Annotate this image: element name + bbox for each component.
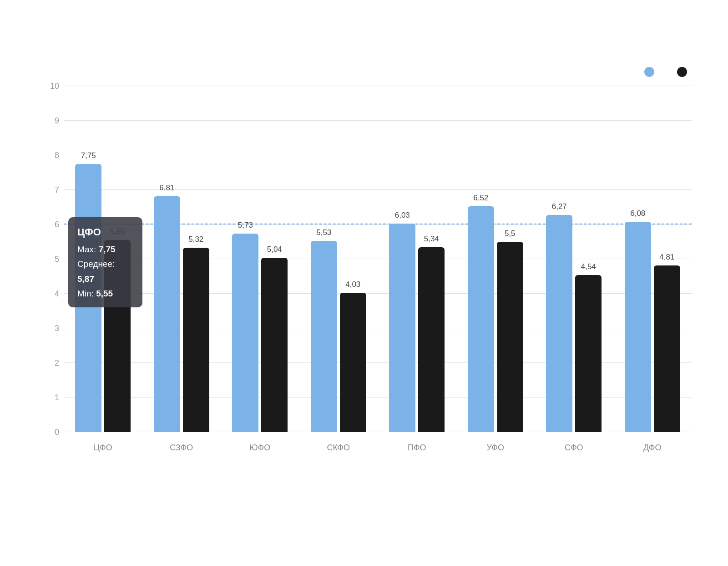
x-label-СЗФО: СЗФО xyxy=(170,443,193,453)
bar-dark-СФО: 4,54 xyxy=(575,275,602,432)
y-label-9: 9 xyxy=(39,116,59,126)
bar-label-blue-СФО: 6,27 xyxy=(552,202,567,211)
legend-dot-2020 xyxy=(644,67,654,77)
y-label-8: 8 xyxy=(39,151,59,160)
x-label-УФО: УФО xyxy=(486,443,504,453)
bar-blue-ЮФО: 5,73 xyxy=(232,234,258,432)
chart-area: 012345678910 ЦФО7,755,55 ЦФО Мах: 7,75 С… xyxy=(36,86,692,459)
bars-row: ЦФО7,755,55 ЦФО Мах: 7,75 Среднее: 5,87 … xyxy=(64,86,692,432)
bar-label-blue-ЦФО: 7,75 xyxy=(81,151,96,160)
bar-label-blue-ПФО: 6,03 xyxy=(395,211,410,220)
bar-group-СФО: СФО6,274,54 xyxy=(535,86,613,432)
bar-blue-УФО: 6,52 xyxy=(468,206,494,432)
x-label-ДФО: ДФО xyxy=(643,443,661,453)
bar-label-dark-УФО: 5,5 xyxy=(505,229,516,238)
bar-blue-СКФО: 5,53 xyxy=(311,241,337,432)
bars-СФО: 6,274,54 xyxy=(546,215,602,432)
x-label-СКФО: СКФО xyxy=(327,443,350,453)
tooltip-max: Мах: 7,75 xyxy=(77,242,133,257)
y-label-6: 6 xyxy=(39,220,59,229)
bar-label-blue-СЗФО: 6,81 xyxy=(159,184,174,193)
bar-group-ПФО: ПФО6,035,34 xyxy=(378,86,456,432)
bar-group-СЗФО: СЗФО6,815,32 xyxy=(142,86,221,432)
bar-label-blue-ЮФО: 5,73 xyxy=(238,221,253,230)
bars-ДФО: 6,084,81 xyxy=(625,222,680,432)
bar-group-СКФО: СКФО5,534,03 xyxy=(299,86,378,432)
y-label-1: 1 xyxy=(39,393,59,403)
legend-item-2021 xyxy=(677,67,692,77)
y-label-10: 10 xyxy=(39,82,59,91)
bar-label-dark-ЮФО: 5,04 xyxy=(267,245,282,254)
bar-group-УФО: УФО6,525,5 xyxy=(456,86,535,432)
grid-and-bars: 012345678910 ЦФО7,755,55 ЦФО Мах: 7,75 С… xyxy=(64,86,692,432)
chart-container: 012345678910 ЦФО7,755,55 ЦФО Мах: 7,75 С… xyxy=(0,0,728,566)
bar-label-blue-СКФО: 5,53 xyxy=(316,228,331,237)
bar-dark-ДФО: 4,81 xyxy=(654,265,680,432)
bar-blue-ПФО: 6,03 xyxy=(389,224,415,432)
bars-ПФО: 6,035,34 xyxy=(389,224,445,432)
tooltip-avg: Среднее: 5,87 xyxy=(77,257,133,286)
x-label-ЮФО: ЮФО xyxy=(249,443,270,453)
bar-dark-ЮФО: 5,04 xyxy=(261,258,288,432)
x-label-ПФО: ПФО xyxy=(408,443,426,453)
bars-СЗФО: 6,815,32 xyxy=(154,196,209,432)
bars-СКФО: 5,534,03 xyxy=(311,241,366,432)
bar-dark-УФО: 5,5 xyxy=(497,242,523,432)
legend-dot-2021 xyxy=(677,67,687,77)
y-label-3: 3 xyxy=(39,324,59,333)
bar-group-ЦФО: ЦФО7,755,55 ЦФО Мах: 7,75 Среднее: 5,87 … xyxy=(64,86,142,432)
bar-blue-СЗФО: 6,81 xyxy=(154,196,180,432)
x-label-СФО: СФО xyxy=(565,443,583,453)
y-label-7: 7 xyxy=(39,185,59,195)
y-label-4: 4 xyxy=(39,289,59,299)
bars-УФО: 6,525,5 xyxy=(468,206,523,432)
bar-dark-СЗФО: 5,32 xyxy=(183,248,209,432)
bar-label-blue-УФО: 6,52 xyxy=(473,194,488,203)
bar-blue-ДФО: 6,08 xyxy=(625,222,651,432)
x-label-ЦФО: ЦФО xyxy=(94,443,112,453)
bar-group-ЮФО: ЮФО5,735,04 xyxy=(221,86,299,432)
bar-dark-ПФО: 5,34 xyxy=(418,247,445,432)
bar-group-ДФО: ДФО6,084,81 xyxy=(613,86,692,432)
bar-label-blue-ДФО: 6,08 xyxy=(630,209,645,218)
bar-label-dark-СКФО: 4,03 xyxy=(345,280,360,289)
tooltip-min: Min: 5,55 xyxy=(77,286,133,301)
chart-title xyxy=(36,27,692,49)
y-label-2: 2 xyxy=(39,358,59,368)
tooltip-title: ЦФО xyxy=(77,224,133,240)
y-label-0: 0 xyxy=(39,428,59,437)
bar-label-dark-СФО: 4,54 xyxy=(581,262,596,271)
bar-label-dark-СЗФО: 5,32 xyxy=(188,235,203,244)
bars-ЮФО: 5,735,04 xyxy=(232,234,288,432)
chart-legend xyxy=(36,67,692,77)
tooltip-cfo: ЦФО Мах: 7,75 Среднее: 5,87 Min: 5,55 xyxy=(68,217,142,308)
legend-item-2020 xyxy=(644,67,659,77)
bar-label-dark-ДФО: 4,81 xyxy=(659,253,674,262)
y-label-5: 5 xyxy=(39,255,59,264)
bar-blue-СФО: 6,27 xyxy=(546,215,572,432)
bar-dark-СКФО: 4,03 xyxy=(340,293,366,432)
bar-label-dark-ПФО: 5,34 xyxy=(424,235,439,244)
